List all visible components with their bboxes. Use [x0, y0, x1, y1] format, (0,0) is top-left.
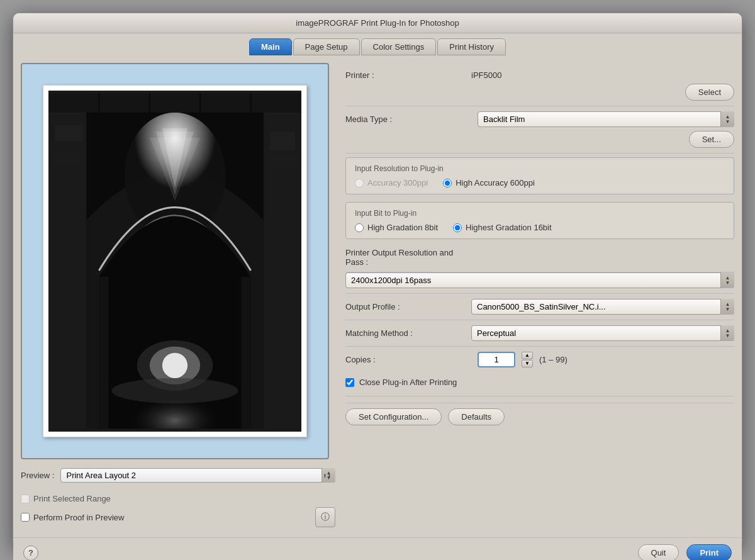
footer-right-buttons: Quit Print	[638, 544, 732, 560]
preview-label: Preview :	[21, 471, 54, 480]
printer-output-row: Printer Output Resolution and Pass :	[345, 243, 734, 272]
output-profile-dropdown: Canon5000_BS_SatinSilver_NC.i... ▲ ▼	[471, 299, 734, 315]
printer-output-dropdown-row: 2400x1200dpi 16pass ▲ ▼	[345, 272, 734, 294]
output-profile-select[interactable]: Canon5000_BS_SatinSilver_NC.i...	[471, 299, 734, 315]
select-button[interactable]: Select	[685, 84, 734, 101]
quit-button[interactable]: Quit	[638, 544, 680, 560]
high-gradation-8bit-label: High Gradation 8bit	[367, 223, 438, 232]
high-accuracy-600-label: High Accuracy 600ppi	[456, 178, 535, 188]
printer-top: Printer : iPF5000	[345, 70, 734, 80]
input-resolution-radio-group: Accuracy 300ppi High Accuracy 600ppi	[355, 178, 725, 188]
bottom-buttons: Set Configuration... Defaults	[345, 403, 734, 430]
media-top: Media Type : Backlit Film ▲ ▼	[345, 111, 734, 127]
svg-rect-17	[242, 277, 251, 428]
copies-decrement-button[interactable]: ▼	[522, 360, 533, 367]
printer-output-label: Printer Output Resolution and Pass :	[345, 248, 471, 267]
photo-frame	[43, 85, 307, 437]
checkbox-group: Print Selected Range Perform Proof in Pr…	[21, 491, 335, 530]
left-panel: Preview : Print Area Layout 1 Print Area…	[21, 63, 335, 530]
input-resolution-title: Input Resolution to Plug-in	[355, 164, 725, 173]
defaults-button[interactable]: Defaults	[448, 408, 505, 425]
perform-proof-label: Perform Proof in Preview	[33, 513, 125, 522]
high-accuracy-600-option: High Accuracy 600ppi	[443, 178, 535, 188]
highest-gradation-16bit-option: Highest Gradation 16bit	[453, 223, 552, 232]
matching-method-row: Matching Method : Perceptual ▲ ▼	[345, 320, 734, 347]
svg-rect-6	[267, 157, 298, 169]
copies-input[interactable]: 1	[478, 352, 515, 367]
tab-color-settings[interactable]: Color Settings	[361, 38, 437, 55]
printer-row: Printer : iPF5000 Select	[345, 65, 734, 106]
print-button[interactable]: Print	[686, 544, 732, 560]
printer-label: Printer :	[345, 70, 471, 80]
svg-point-15	[112, 378, 238, 403]
copies-stepper: ▲ ▼	[522, 352, 533, 367]
media-type-dropdown: Backlit Film ▲ ▼	[478, 111, 734, 127]
high-gradation-8bit-radio[interactable]	[355, 223, 364, 232]
output-profile-label: Output Profile :	[345, 302, 471, 311]
copies-increment-button[interactable]: ▲	[522, 352, 533, 359]
print-selected-range-checkbox[interactable]	[21, 495, 30, 503]
preview-select[interactable]: Print Area Layout 1 Print Area Layout 2 …	[60, 468, 335, 483]
high-accuracy-600-radio[interactable]	[443, 179, 452, 188]
input-resolution-section: Input Resolution to Plug-in Accuracy 300…	[345, 157, 734, 194]
copies-range: (1 – 99)	[539, 355, 568, 364]
svg-rect-4	[52, 150, 83, 163]
close-plugin-checkbox[interactable]	[345, 378, 354, 387]
matching-method-label: Matching Method :	[345, 328, 471, 338]
svg-rect-3	[55, 125, 83, 141]
print-selected-range-label: Print Selected Range	[33, 494, 111, 503]
main-content: Preview : Print Area Layout 1 Print Area…	[13, 55, 742, 537]
matching-method-dropdown: Perceptual ▲ ▼	[471, 325, 734, 341]
svg-rect-5	[270, 132, 295, 150]
svg-rect-18	[48, 94, 301, 113]
accuracy-300-option: Accuracy 300ppi	[355, 178, 428, 188]
photo-inner	[48, 91, 301, 432]
matching-method-select[interactable]: Perceptual	[471, 325, 734, 341]
info-button[interactable]: ⓘ	[315, 507, 335, 527]
highest-gradation-16bit-radio[interactable]	[453, 223, 462, 232]
high-gradation-8bit-option: High Gradation 8bit	[355, 223, 438, 232]
window-title: imagePROGRAF Print Plug-In for Photoshop	[296, 18, 459, 28]
accuracy-300-label: Accuracy 300ppi	[367, 178, 428, 188]
separator	[345, 396, 734, 396]
set-configuration-button[interactable]: Set Configuration...	[345, 408, 442, 425]
preview-box	[21, 63, 329, 459]
perform-proof-checkbox-row: Perform Proof in Preview	[21, 513, 125, 522]
set-button[interactable]: Set...	[689, 131, 734, 148]
right-panel: Printer : iPF5000 Select Media Type : Ba…	[345, 63, 734, 530]
accuracy-300-radio[interactable]	[355, 179, 364, 188]
output-profile-row: Output Profile : Canon5000_BS_SatinSilve…	[345, 294, 734, 320]
copies-row: Copies : 1 ▲ ▼ (1 – 99)	[345, 347, 734, 372]
main-window: imagePROGRAF Print Plug-In for Photoshop…	[13, 13, 742, 547]
media-type-label: Media Type :	[345, 115, 471, 124]
help-button[interactable]: ?	[23, 546, 38, 561]
perform-proof-checkbox[interactable]	[21, 513, 30, 522]
tab-bar: Main Page Setup Color Settings Print His…	[13, 33, 742, 55]
media-type-row: Media Type : Backlit Film ▲ ▼ Set...	[345, 106, 734, 154]
printer-output-select[interactable]: 2400x1200dpi 16pass	[345, 272, 734, 288]
printer-bottom: Select	[345, 84, 734, 101]
input-bit-title: Input Bit to Plug-in	[355, 209, 725, 218]
printer-value: iPF5000	[471, 70, 734, 80]
copies-label: Copies :	[345, 355, 471, 364]
highest-gradation-16bit-label: Highest Gradation 16bit	[466, 223, 552, 232]
input-bit-radio-group: High Gradation 8bit Highest Gradation 16…	[355, 223, 725, 232]
tunnel-image	[48, 91, 301, 432]
media-type-select[interactable]: Backlit Film	[478, 111, 734, 127]
footer-bar: ? Quit Print	[13, 537, 742, 560]
close-plugin-row: Close Plug-in After Printing	[345, 372, 734, 392]
media-bottom: Set...	[345, 131, 734, 148]
printer-output-dropdown: 2400x1200dpi 16pass ▲ ▼	[345, 272, 734, 288]
svg-rect-1	[48, 94, 86, 429]
svg-rect-16	[99, 277, 108, 428]
title-bar: imagePROGRAF Print Plug-In for Photoshop	[13, 13, 742, 33]
preview-controls: Preview : Print Area Layout 1 Print Area…	[21, 466, 335, 485]
tab-print-history[interactable]: Print History	[437, 38, 506, 55]
tab-main[interactable]: Main	[249, 38, 292, 55]
tab-page-setup[interactable]: Page Setup	[293, 38, 360, 55]
print-selected-range-row: Print Selected Range	[21, 494, 335, 503]
input-bit-section: Input Bit to Plug-in High Gradation 8bit…	[345, 202, 734, 239]
close-plugin-label: Close Plug-in After Printing	[359, 378, 457, 387]
perform-proof-row: Perform Proof in Preview ⓘ	[21, 507, 335, 527]
preview-select-wrapper: Print Area Layout 1 Print Area Layout 2 …	[60, 468, 335, 483]
